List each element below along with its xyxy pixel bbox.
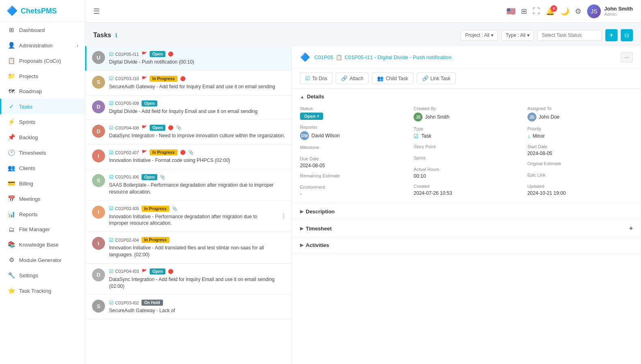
sidebar-item-settings[interactable]: 🔧 Settings — [0, 268, 85, 283]
project-filter-btn[interactable]: Project : All ▾ — [461, 30, 498, 40]
attach-button[interactable]: 🔗 Attach — [336, 72, 369, 84]
link-task-icon: 🔗 — [422, 75, 429, 81]
details-section-header[interactable]: ▲ Details — [292, 89, 641, 104]
task-description: Innovation Initiative - Format code usin… — [109, 157, 286, 164]
original-estimate-label: Original Estimate — [527, 161, 633, 166]
task-description: SecureAuth Gateway - Add field for Inqui… — [109, 83, 286, 90]
task-list-item[interactable]: S ☑ C01P03-I02 On Hold SecureAuth Gatewa… — [85, 295, 292, 319]
backlog-icon: 📌 — [8, 134, 15, 141]
sidebar-item-task-tracking[interactable]: ⭐ Task Tracking — [0, 283, 85, 298]
details-col-2: Created By JS John Smith Type — [414, 106, 519, 197]
task-info: ☑ C01P05-I11 🚩 Open 🔴 Digital Divide - P… — [109, 51, 286, 66]
description-section-header[interactable]: ▶ Description — [292, 204, 641, 219]
status-badge[interactable]: Open ▾ — [300, 113, 323, 120]
sidebar-item-label: Timesheets — [19, 150, 46, 156]
apps-icon[interactable]: ⊞ — [521, 7, 527, 16]
story-point-field: Story Point — [414, 144, 519, 151]
sidebar-item-file-manager[interactable]: 🗂 File Manager — [0, 222, 85, 237]
task-list-item[interactable]: I ☑ C01P02-I07 🚩 In Progress 🔴📎 Innovati… — [85, 145, 292, 169]
sprints-icon: ⚡ — [8, 118, 15, 126]
settings-icon[interactable]: ⚙ — [575, 7, 581, 16]
task-list-item[interactable]: D ☑ C01P04-I08 🚩 Open 🔴📎 DataSync Integr… — [85, 120, 292, 145]
timesheets-icon: 🕐 — [8, 149, 15, 156]
task-list-item[interactable]: S ☑ C01P03-I10 🚩 In Progress 🔴 SecureAut… — [85, 71, 292, 96]
task-list-item[interactable]: I ☑ C01P02-I04 In Progress Innovation In… — [85, 232, 292, 264]
type-filter-chevron: ▾ — [527, 32, 530, 38]
timesheet-section-header[interactable]: ▶ Timesheet + — [292, 220, 641, 237]
task-status-badge: On Hold — [141, 300, 163, 306]
link-task-button[interactable]: 🔗 Link Task — [417, 72, 456, 84]
details-col-1: Status Open ▾ — [300, 106, 405, 197]
fullscreen-icon[interactable]: ⛶ — [533, 7, 540, 15]
sidebar-item-clients[interactable]: 👥 Clients — [0, 160, 85, 176]
task-avatar: S — [92, 174, 105, 187]
child-task-button[interactable]: 👥 Child Task — [372, 72, 413, 84]
task-list-item[interactable]: U ☑ C01P05-I11 🚩 Open 🔴 Digital Divide -… — [85, 46, 292, 71]
task-more-menu[interactable] — [281, 212, 286, 220]
start-date-label: Start Date — [527, 144, 633, 149]
sidebar-item-label: Task Tracking — [19, 288, 51, 294]
sidebar-item-sprints[interactable]: ⚡ Sprints — [0, 114, 85, 130]
sidebar-item-knowledge-base[interactable]: 📚 Knowledge Base — [0, 237, 85, 252]
details-section-label: Details — [307, 94, 324, 100]
sidebar-item-billing[interactable]: 💳 Billing — [0, 176, 85, 191]
details-section-content: Status Open ▾ — [292, 104, 641, 203]
grid-view-button[interactable]: ⊟ — [621, 29, 633, 41]
task-list-item[interactable]: D ☑ C01P05-I09 Open Digital Divide - Add… — [85, 96, 292, 120]
priority-icon: 🔴 — [180, 150, 186, 155]
updated-field: Updated 2024-10-21 19:00 — [527, 184, 633, 196]
task-avatar: I — [92, 149, 105, 162]
sidebar-item-meetings[interactable]: 📅 Meetings — [0, 191, 85, 206]
sidebar-item-tasks[interactable]: ✓ Tasks — [0, 99, 85, 114]
created-by-label: Created By — [414, 106, 519, 111]
user-profile[interactable]: JS John Smith Admin — [587, 4, 633, 18]
task-info: ☑ C01P01-I06 Open 📎 SAAS Boilerplate - P… — [109, 174, 286, 196]
detail-more-button[interactable]: ··· — [621, 52, 633, 62]
user-info: John Smith Admin — [604, 6, 633, 17]
task-type-icon: ☑ — [109, 206, 114, 211]
info-icon[interactable]: ℹ — [115, 32, 117, 38]
timesheet-add-icon[interactable]: + — [629, 225, 633, 232]
task-info: ☑ C01P05-I09 Open Digital Divide - Add f… — [109, 100, 286, 115]
sidebar-item-proposals[interactable]: 📋 Proposals (CoCo) — [0, 53, 85, 68]
sidebar-item-module-generator[interactable]: ⚙ Module Generator — [0, 252, 85, 268]
theme-icon[interactable]: 🌙 — [560, 7, 569, 16]
sidebar-item-timesheets[interactable]: 🕐 Timesheets — [0, 145, 85, 160]
priority-flag-icon: 🚩 — [141, 150, 147, 155]
hamburger-icon[interactable]: ☰ — [93, 7, 100, 16]
sidebar-item-dashboard[interactable]: ⊞ Dashboard — [0, 22, 85, 38]
notification-icon[interactable]: 🔔 0 — [546, 7, 555, 16]
sidebar-item-projects[interactable]: 📁 Projects — [0, 68, 85, 84]
task-list-item[interactable]: S ☑ C01P01-I06 Open 📎 SAAS Boilerplate -… — [85, 169, 292, 201]
task-status-input[interactable] — [537, 30, 602, 40]
sidebar-item-administration[interactable]: 👤 Administration › — [0, 38, 85, 53]
task-list-item[interactable]: I ☑ C01P02-I05 In Progress 📎 Innovation … — [85, 201, 292, 232]
task-description: Digital Divide - Add field for Inquiry E… — [109, 108, 286, 115]
epic-link-label: Epic Link — [527, 172, 633, 177]
due-date-value: 2024-08-05 — [300, 163, 405, 168]
activities-section-header[interactable]: ▶ Activities — [292, 237, 641, 253]
detail-panel: 🔷 C01P05 📋 C01P05-I11 - Digital Divide -… — [292, 46, 641, 364]
language-flag-icon[interactable]: 🇺🇸 — [506, 7, 515, 16]
breadcrumb-project[interactable]: C01P05 — [314, 54, 333, 60]
created-by-avatar: JS — [414, 113, 422, 121]
environment-field: Environment - — [300, 185, 405, 197]
created-label: Created — [414, 184, 519, 189]
sidebar-item-label: Reports — [19, 211, 38, 217]
projects-icon: 📁 — [8, 72, 15, 80]
task-list-item[interactable]: D ☑ C01P04-I03 🚩 Open 🔴 DataSync Integra… — [85, 264, 292, 295]
start-date-field: Start Date 2024-08-05 — [527, 144, 633, 156]
todos-button[interactable]: ☑ To Dos — [300, 72, 332, 84]
assigned-to-value: JD John Doe — [527, 113, 633, 121]
sidebar-item-reports[interactable]: 📊 Reports — [0, 206, 85, 222]
assigned-to-field: Assigned To JD John Doe — [527, 106, 633, 121]
knowledge-base-icon: 📚 — [8, 241, 15, 248]
sidebar-item-roadmap[interactable]: 🗺 Roadmap — [0, 84, 85, 99]
sidebar-item-backlog[interactable]: 📌 Backlog — [0, 130, 85, 145]
add-task-button[interactable]: + — [605, 29, 617, 41]
type-filter-btn[interactable]: Type : All ▾ — [501, 30, 534, 40]
breadcrumb: C01P05 📋 C01P05-I11 - Digital Divide - P… — [314, 54, 452, 60]
task-info: ☑ C01P04-I03 🚩 Open 🔴 DataSync Integrati… — [109, 268, 286, 290]
sidebar-item-label: Backlog — [19, 134, 38, 140]
attach-icon: 📎 — [188, 150, 194, 155]
